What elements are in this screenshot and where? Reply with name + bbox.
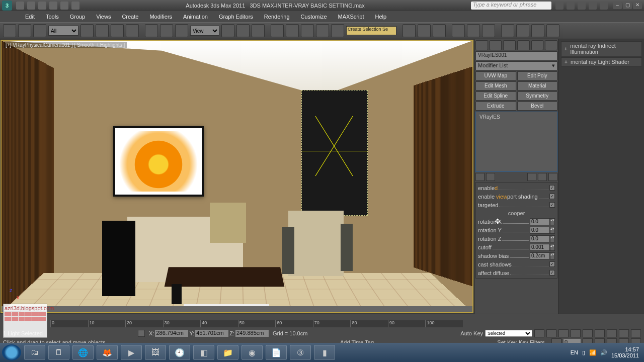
rotz-spinner[interactable]: 0.0 xyxy=(530,235,550,242)
rotx-spinner[interactable]: 0.0 xyxy=(530,218,550,225)
mirror-icon[interactable] xyxy=(403,24,416,37)
btn-editmesh[interactable]: Edit Mesh xyxy=(475,81,516,90)
spinner-snap-icon[interactable] xyxy=(316,24,329,37)
remove-modifier-icon[interactable] xyxy=(538,173,547,181)
tab-create-icon[interactable] xyxy=(475,40,488,50)
task-chrome-icon[interactable]: ◉ xyxy=(242,345,263,360)
rotx-spin-btn[interactable]: ▴▾ xyxy=(550,218,555,225)
edit-named-sel-icon[interactable] xyxy=(331,24,344,37)
material-editor-icon[interactable] xyxy=(482,24,495,37)
keyboard-shortcut-icon[interactable] xyxy=(252,24,265,37)
goto-start-icon[interactable] xyxy=(534,329,544,337)
lock-icon[interactable] xyxy=(138,330,145,337)
render-production-icon[interactable] xyxy=(531,24,544,37)
btn-symmetry[interactable]: Symmetry xyxy=(517,92,558,101)
render-setup-icon[interactable] xyxy=(501,24,514,37)
nav-zoom-ext-icon[interactable] xyxy=(619,329,629,337)
btn-editspline[interactable]: Edit Spline xyxy=(475,92,516,101)
enabled-checkbox[interactable]: ✓ xyxy=(549,185,555,191)
infocenter-search-icon[interactable] xyxy=(555,2,564,10)
start-button[interactable] xyxy=(2,344,21,360)
task-folder-icon[interactable]: 📁 xyxy=(217,345,238,360)
bias-spin-btn[interactable]: ▴▾ xyxy=(550,252,555,259)
named-selection-dropdown[interactable]: Create Selection Se xyxy=(346,26,396,35)
shadows-checkbox[interactable]: ✓ xyxy=(549,261,555,267)
coord-z-field[interactable]: 249.885cm xyxy=(235,330,269,337)
tab-display-icon[interactable] xyxy=(531,40,544,50)
cutoff-spinner[interactable]: 0.001 xyxy=(530,244,550,251)
stack-item-vrayies[interactable]: VRayIES xyxy=(477,114,555,120)
nav-zoom-icon[interactable] xyxy=(595,329,605,337)
task-explorer-icon[interactable]: 🗂 xyxy=(24,345,45,360)
task-app2-icon[interactable]: ▮ xyxy=(314,345,335,360)
align-icon[interactable] xyxy=(418,24,431,37)
menu-graph-editors[interactable]: Graph Editors xyxy=(214,13,258,21)
play-icon[interactable] xyxy=(558,329,569,337)
window-crossing-icon[interactable] xyxy=(126,24,139,37)
autokey-mode-dropdown[interactable]: Selected xyxy=(485,330,532,337)
btn-editpoly[interactable]: Edit Poly xyxy=(517,71,558,80)
subscription-icon[interactable] xyxy=(567,2,575,10)
btn-extrude[interactable]: Extrude xyxy=(475,102,516,111)
bind-spacewarp-icon[interactable] xyxy=(33,24,46,37)
snap-toggle-icon[interactable] xyxy=(271,24,284,37)
minimize-button[interactable]: – xyxy=(613,2,622,9)
close-button[interactable]: ✕ xyxy=(633,2,642,9)
maximize-button[interactable]: ▢ xyxy=(623,2,632,9)
percent-snap-icon[interactable] xyxy=(301,24,314,37)
viewport[interactable]: [+] VRayPhysicalCamera001 ] [ Smooth + H… xyxy=(1,40,473,313)
nav-fov-icon[interactable] xyxy=(631,329,641,337)
qat-redo-icon[interactable] xyxy=(60,2,68,10)
layer-manager-icon[interactable] xyxy=(433,24,446,37)
tray-flag-icon[interactable]: ▯ xyxy=(582,349,585,356)
help-search-input[interactable]: Type a keyword or phrase xyxy=(471,2,551,10)
task-clock-icon[interactable]: 🕘 xyxy=(169,345,190,360)
select-move-icon[interactable] xyxy=(145,24,158,37)
select-link-icon[interactable] xyxy=(3,24,16,37)
show-end-icon[interactable] xyxy=(486,173,495,181)
rendered-frame-icon[interactable] xyxy=(516,24,529,37)
schematic-view-icon[interactable] xyxy=(467,24,480,37)
menu-tools[interactable]: Tools xyxy=(41,13,64,21)
time-ruler[interactable]: 0 10 20 30 40 50 60 70 80 90 100 xyxy=(50,320,463,327)
pivot-center-icon[interactable] xyxy=(221,24,234,37)
timeline-scrollbar[interactable]: 0 / 100 xyxy=(2,306,472,312)
selection-filter-dropdown[interactable]: All xyxy=(48,26,78,36)
menu-views[interactable]: Views xyxy=(91,13,116,21)
select-region-icon[interactable] xyxy=(111,24,124,37)
select-by-name-icon[interactable] xyxy=(96,24,109,37)
task-app1-icon[interactable]: ◧ xyxy=(193,345,214,360)
menu-create[interactable]: Create xyxy=(117,13,143,21)
render-iterative-icon[interactable] xyxy=(546,24,559,37)
menu-customize[interactable]: Customize xyxy=(296,13,332,21)
qat-save-icon[interactable] xyxy=(38,2,46,10)
menu-group[interactable]: Group xyxy=(65,13,91,21)
unlink-icon[interactable] xyxy=(18,24,31,37)
bias-spinner[interactable]: 0.2cm xyxy=(530,252,550,259)
rotz-spin-btn[interactable]: ▴▾ xyxy=(550,235,555,242)
cutoff-spin-btn[interactable]: ▴▾ xyxy=(550,244,555,251)
select-object-icon[interactable] xyxy=(80,24,94,37)
nav-zoom-all-icon[interactable] xyxy=(607,329,617,337)
select-scale-icon[interactable] xyxy=(175,24,188,37)
targeted-checkbox[interactable]: ✓ xyxy=(549,202,555,208)
autokey-button[interactable]: Auto Key xyxy=(460,330,483,336)
select-rotate-icon[interactable] xyxy=(160,24,173,37)
help-icon[interactable] xyxy=(600,2,608,10)
qat-undo-icon[interactable] xyxy=(49,2,57,10)
btn-bevel[interactable]: Bevel xyxy=(517,102,558,111)
menu-modifiers[interactable]: Modifiers xyxy=(144,13,177,21)
roty-spinner[interactable]: 0.0 xyxy=(530,227,550,234)
viewport-shading-checkbox[interactable]: ✓ xyxy=(549,194,555,199)
tab-hierarchy-icon[interactable] xyxy=(503,40,516,50)
diffuse-checkbox[interactable]: ✓ xyxy=(549,270,555,276)
rollup-mr-indirect[interactable]: +mental ray Indirect Illumination xyxy=(561,41,642,56)
goto-end-icon[interactable] xyxy=(583,329,593,337)
task-wmp-icon[interactable]: ▶ xyxy=(121,345,142,360)
task-pictures-icon[interactable]: 🖼 xyxy=(145,345,166,360)
tab-utilities-icon[interactable] xyxy=(545,40,557,50)
configure-sets-icon[interactable] xyxy=(548,173,557,181)
reference-coord-dropdown[interactable]: View xyxy=(190,26,219,36)
modifier-stack[interactable]: VRayIES xyxy=(475,112,557,172)
menu-animation[interactable]: Animation xyxy=(178,13,213,21)
